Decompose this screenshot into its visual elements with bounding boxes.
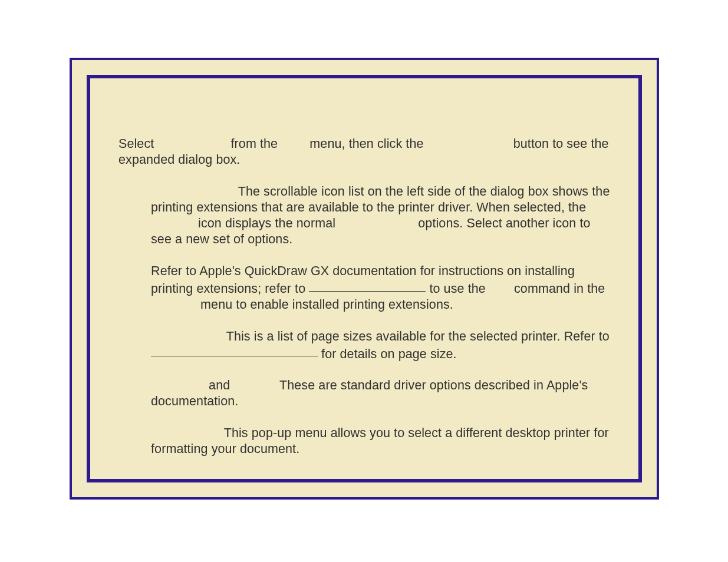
p2-text-b: icon displays the normal [198, 216, 335, 230]
paragraph-3: Refer to Apple's QuickDraw GX documentat… [151, 263, 610, 313]
p1-text-a: Select [118, 137, 154, 151]
paragraph-1: Select from the menu, then click the but… [118, 136, 610, 168]
p2-text-a: The scrollable icon list on the left sid… [151, 184, 610, 214]
paragraph-4: This is a list of page sizes available f… [151, 329, 610, 362]
p1-text-c: menu, then click the [309, 137, 423, 151]
paragraph-6: This pop-up menu allows you to select a … [151, 425, 610, 457]
paragraph-5: and These are standard driver options de… [151, 378, 610, 409]
p3-text-c: command in the [514, 282, 605, 296]
paragraph-2: The scrollable icon list on the left sid… [151, 184, 610, 247]
p3-text-b: to use the [426, 282, 489, 296]
p4-text-a: This is a list of page sizes available f… [226, 329, 610, 343]
blank-line-2 [151, 343, 318, 357]
p6-text: This pop-up menu allows you to select a … [151, 426, 609, 456]
page-inner-frame: Select from the menu, then click the but… [87, 75, 642, 482]
blank-line-1 [309, 278, 426, 292]
p1-text-b: from the [231, 137, 278, 151]
page-outer-frame: Select from the menu, then click the but… [70, 58, 659, 500]
p3-text-d: menu to enable installed printing extens… [200, 297, 453, 312]
p4-text-b: for details on page size. [318, 346, 457, 361]
p5-text-a: and [209, 378, 230, 392]
